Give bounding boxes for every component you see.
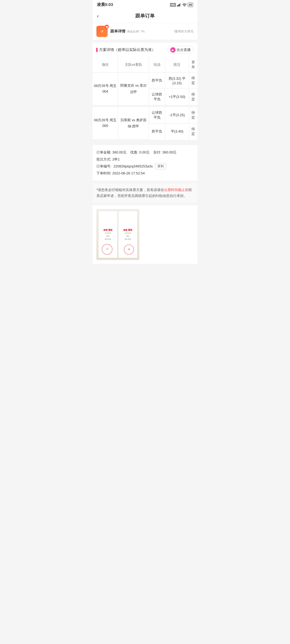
session-cell-1: 08月26号 周五 005 <box>93 106 118 140</box>
red-bar-icon <box>96 48 97 52</box>
expert-name-row: 跟单详情 佣金比例: 7% <box>110 29 172 34</box>
section-gap-1 <box>93 40 197 43</box>
time-value: 2022-08-26 17:52:54 <box>112 171 145 175</box>
svg-rect-0 <box>177 5 178 6</box>
battery-icon: 49 <box>188 3 193 7</box>
col-session: 场次 <box>93 57 118 72</box>
avatar-badge <box>105 25 109 28</box>
wifi-icon <box>182 3 187 6</box>
ticket-stub-text-1: 体育彩票 <box>105 232 111 235</box>
avatar-text: tY <box>101 30 104 33</box>
actual-label: 实付: <box>153 150 161 154</box>
warning-box: *请您务必仔细核对实体票方案，若有误请在出票时间截止前联系店家申述，否则开奖后因… <box>93 183 197 203</box>
order-no-label: 订单编号: <box>96 163 111 170</box>
live-play-icon: ▶ <box>170 47 176 53</box>
discount-label: 优惠: <box>130 150 138 154</box>
page-title: 跟单订单 <box>135 13 155 19</box>
amount-label: 订单金额: <box>96 150 111 154</box>
col-play: 玩法 <box>149 57 165 72</box>
status-bar: 凌晨5:03 HD 49 <box>93 0 197 9</box>
svg-rect-2 <box>179 4 180 6</box>
order-no-value: 220826piqzq3465253a3s <box>114 163 153 170</box>
expert-commission: 佣金比例: 7% <box>127 30 145 34</box>
expert-right-text: 懂球的大师兄 <box>174 29 194 34</box>
warning-highlight: 出票时间截止前 <box>164 188 189 192</box>
live-btn-label: 比分直播 <box>177 47 191 52</box>
col-bet: 投注 <box>165 57 189 72</box>
ticket-image-area: 体彩 爱彩 体育彩票 2串1 360.00元 体彩 爱彩 体育彩票 2串1 36… <box>93 205 197 264</box>
play-cell-1-0: 让球胜平负 <box>149 106 165 123</box>
expert-banner: tY 跟单详情 佣金比例: 7% 懂球的大师兄 <box>93 23 197 40</box>
hd-label: HD <box>170 3 176 7</box>
session-cell-0: 08月26号 周五 004 <box>93 72 118 106</box>
result-cell-1-1: 待定 <box>189 123 197 140</box>
time-row: 下单时间: 2022-08-26 17:52:54 <box>96 170 194 177</box>
method-value: 2串1 <box>112 157 119 161</box>
back-button[interactable]: ‹ <box>97 13 99 19</box>
ticket-inner: 体彩 爱彩 体育彩票 2串1 360.00元 体彩 爱彩 体育彩票 2串1 36… <box>96 209 139 260</box>
order-info: 订单金额: 360.00元 优惠: 0.00元 实付: 360.00元 投注方式… <box>93 145 197 181</box>
play-cell-1-1: 胜平负 <box>149 123 165 140</box>
expert-info: 跟单详情 佣金比例: 7% <box>110 29 172 34</box>
copy-button[interactable]: 复制 <box>155 163 166 169</box>
col-result: 赛果 <box>189 57 197 72</box>
teams-cell-0: 阿雅克肖 vs 里尔 法甲 <box>118 72 149 106</box>
result-cell-0-1: 待定 <box>189 89 197 106</box>
svg-rect-1 <box>178 5 179 6</box>
order-no-row: 订单编号: 220826piqzq3465253a3s 复制 <box>96 163 194 170</box>
match-table: 场次 主队vs客队 玩法 投注 赛果 08月26号 周五 004阿雅克肖 vs … <box>93 57 197 140</box>
time-label: 下单时间: <box>96 171 111 175</box>
expert-name: 跟单详情 <box>110 29 125 34</box>
plan-header-left: 方案详情（赔率以实际出票为准） <box>96 47 155 52</box>
result-cell-0-0: 待定 <box>189 72 197 89</box>
discount-value: 0.00元 <box>139 150 150 154</box>
ticket-image: 体彩 爱彩 体育彩票 2串1 360.00元 体彩 爱彩 体育彩票 2串1 36… <box>96 209 139 260</box>
svg-point-4 <box>184 6 185 6</box>
page-header: ‹ 跟单订单 <box>93 9 197 23</box>
amount-row: 订单金额: 360.00元 优惠: 0.00元 实付: 360.00元 <box>96 149 194 156</box>
col-teams: 主队vs客队 <box>118 57 149 72</box>
signal-icon <box>177 3 181 6</box>
svg-marker-5 <box>106 25 108 28</box>
bet-cell-0-0: 胜(3.32) 平(3.15) <box>165 72 189 89</box>
ticket-stamp-2: 章 <box>124 244 134 255</box>
play-cell-0-1: 让球胜平负 <box>149 89 165 106</box>
section-gap-2 <box>93 140 197 142</box>
play-cell-0-0: 胜平负 <box>149 72 165 89</box>
status-icons: HD 49 <box>170 3 193 7</box>
method-row: 投注方式: 2串1 <box>96 156 194 163</box>
warning-text1: *请您务必仔细核对实体票方案，若有误请在 <box>96 188 164 192</box>
avatar: tY <box>96 26 108 37</box>
bet-cell-1-1: 平(3.40) <box>165 123 189 140</box>
ticket-logo-2: 体彩 爱彩 <box>123 229 132 232</box>
plan-header: 方案详情（赔率以实际出票为准） ▶ 比分直播 <box>93 43 197 57</box>
ticket-stamp-1: 印 <box>102 244 113 255</box>
teams-cell-1: 贝蒂斯 vs 奥萨苏纳 西甲 <box>118 106 149 140</box>
bet-cell-0-1: +1平(3.50) <box>165 89 189 106</box>
result-cell-1-0: 待定 <box>189 106 197 123</box>
ticket-logo-1: 体彩 爱彩 <box>103 229 113 232</box>
svg-rect-3 <box>180 3 181 6</box>
ticket-stub-text-2: 体育彩票 <box>125 232 131 235</box>
plan-header-text: 方案详情（赔率以实际出票为准） <box>99 47 155 52</box>
amount-value: 360.00元 <box>112 150 126 154</box>
bet-cell-1-0: -1平(3.25) <box>165 106 189 123</box>
status-time: 凌晨5:03 <box>97 2 113 7</box>
live-button[interactable]: ▶ 比分直播 <box>167 46 194 54</box>
actual-value: 360.00元 <box>162 150 177 154</box>
method-label: 投注方式: <box>96 157 111 161</box>
bottom-space <box>93 264 197 275</box>
